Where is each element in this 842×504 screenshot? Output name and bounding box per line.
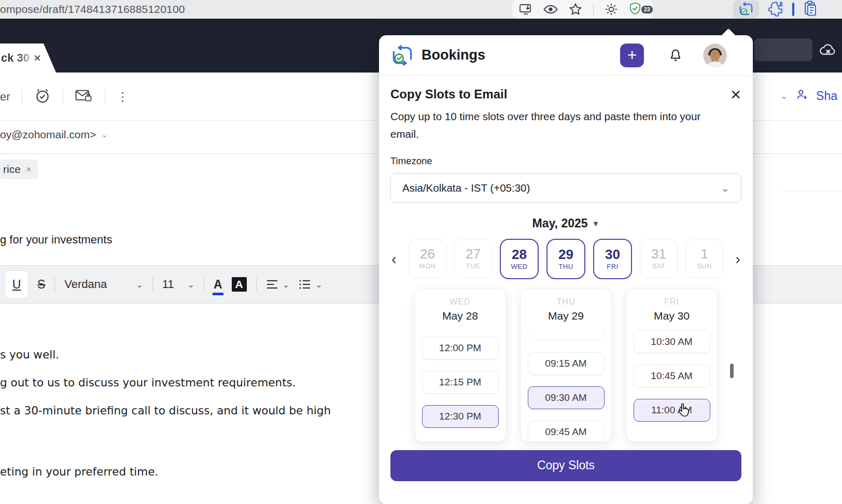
send-to-device-icon[interactable]: [518, 2, 533, 17]
underline-button[interactable]: U: [5, 271, 28, 298]
strikethrough-button[interactable]: S: [37, 278, 45, 292]
format-divider: [204, 277, 204, 292]
right-row-divider: [780, 191, 842, 191]
from-address-row[interactable]: oy@zohomail.com> ⌄: [0, 128, 108, 141]
chip-remove-icon[interactable]: ×: [26, 164, 32, 175]
notifications-bell-icon[interactable]: [668, 46, 683, 65]
time-slot[interactable]: 12:15 PM: [422, 371, 499, 394]
user-avatar[interactable]: [703, 44, 727, 67]
panel-title-row: Copy Slots to Email ✕: [390, 87, 741, 102]
date-cell-selected[interactable]: 30 FRI: [593, 239, 632, 279]
date-cell[interactable]: 1 SUN: [685, 239, 723, 278]
date-number: 28: [512, 247, 527, 262]
email-body-line[interactable]: g out to us to discuss your investment r…: [0, 376, 296, 389]
bookings-logo-icon: [391, 45, 413, 66]
theme-sun-icon[interactable]: [604, 2, 619, 17]
column-date: May 30: [627, 310, 717, 322]
date-dow: SAT: [652, 262, 666, 270]
timezone-value: Asia/Kolkata - IST (+05:30): [402, 182, 530, 194]
time-slot[interactable]: 10:30 AM: [634, 330, 710, 353]
column-dow: THU: [521, 297, 611, 307]
cloud-offline-icon[interactable]: [818, 41, 837, 59]
align-button[interactable]: ⌄: [266, 279, 289, 290]
date-cell[interactable]: 26 MON: [409, 239, 446, 278]
time-slot-selected[interactable]: 11:00 AM: [634, 399, 710, 422]
day-column-wed: WED May 28 12:00 PM 12:15 PM 12:30 PM: [415, 289, 506, 442]
email-body-line[interactable]: st a 30-minute briefing call to discuss,…: [0, 404, 331, 417]
tab-group-bar[interactable]: [792, 3, 794, 16]
email-body-line[interactable]: eting in your preferred time.: [0, 465, 158, 478]
slot-scrollbar-thumb[interactable]: [730, 364, 734, 378]
shield-badge: 23: [641, 6, 653, 13]
column-date: May 29: [521, 310, 611, 322]
create-booking-button[interactable]: +: [620, 44, 644, 67]
icon-divider: [593, 4, 594, 15]
time-slot-selected[interactable]: 09:30 AM: [528, 386, 605, 409]
email-body-line[interactable]: s you well.: [0, 348, 59, 361]
bookings-extension-icon[interactable]: [733, 1, 759, 18]
bookmark-star-icon[interactable]: [568, 2, 583, 17]
compose-header-right: ⌄ Sha: [780, 88, 837, 104]
font-color-button[interactable]: A: [214, 278, 222, 292]
next-dates-icon[interactable]: ›: [734, 250, 741, 268]
time-slot-partial[interactable]: [528, 329, 605, 341]
date-dow: WED: [511, 263, 528, 270]
puzzle-extensions-icon[interactable]: [767, 0, 784, 19]
tab-close-icon[interactable]: ×: [34, 52, 41, 64]
list-button[interactable]: ⌄: [299, 279, 322, 290]
popup-app-title: Bookings: [422, 47, 620, 63]
time-slot[interactable]: 10:45 AM: [634, 365, 710, 387]
reminder-alarm-icon[interactable]: [34, 87, 51, 107]
from-address[interactable]: oy@zohomail.com>: [0, 128, 96, 141]
font-family-select[interactable]: Verdana ⌄: [64, 278, 143, 291]
clipboard-icon[interactable]: [803, 0, 818, 19]
search-box-fragment[interactable]: [754, 38, 812, 61]
share-button[interactable]: Sha: [816, 89, 837, 103]
prev-dates-icon[interactable]: ‹: [390, 250, 398, 268]
size-chevron-icon: ⌄: [188, 280, 194, 290]
email-draft-tab[interactable]: ck 30 ×: [0, 44, 56, 73]
date-cell[interactable]: 31 SAT: [640, 239, 678, 278]
day-column-thu: THU May 29 09:15 AM 09:30 AM 09:45 AM: [521, 289, 612, 442]
send-later-label[interactable]: er: [0, 90, 10, 104]
url-text[interactable]: ompose/draft/1748413716885120100: [0, 3, 185, 16]
add-person-icon[interactable]: [795, 88, 809, 104]
copy-slots-button[interactable]: Copy Slots: [390, 450, 741, 481]
browser-url-bar[interactable]: ompose/draft/1748413716885120100: [0, 0, 842, 19]
highlight-label: A: [235, 278, 243, 291]
panel-title: Copy Slots to Email: [390, 87, 507, 102]
date-dow: SUN: [697, 262, 712, 270]
compose-toolbar: er ⋮: [0, 87, 129, 107]
date-cell-selected[interactable]: 29 THU: [546, 239, 585, 279]
format-divider: [152, 277, 153, 292]
month-label: May, 2025: [532, 217, 588, 230]
from-chevron-icon[interactable]: ⌄: [101, 130, 108, 139]
time-slot[interactable]: 12:00 PM: [422, 337, 499, 359]
date-number: 1: [700, 247, 708, 262]
preview-eye-icon[interactable]: [543, 2, 558, 17]
subject-text[interactable]: g for your investments: [0, 233, 112, 247]
column-dow: WED: [415, 297, 506, 307]
time-slot[interactable]: 09:15 AM: [528, 352, 605, 375]
screen: ompose/draft/1748413716885120100: [0, 0, 842, 504]
privacy-shield-icon[interactable]: 23: [629, 2, 647, 17]
time-slot-clipped[interactable]: 09:45 AM: [528, 421, 605, 442]
date-number: 31: [651, 247, 666, 262]
panel-description: Copy up to 10 time slots over three days…: [390, 108, 726, 143]
more-options-icon[interactable]: ⋮: [117, 90, 129, 104]
close-icon[interactable]: ✕: [730, 88, 741, 102]
strike-label: S: [37, 278, 45, 292]
timezone-label: Timezone: [390, 155, 741, 167]
date-cell-selected[interactable]: 28 WED: [500, 239, 539, 279]
recipient-chip[interactable]: rice ×: [0, 160, 38, 179]
date-cell[interactable]: 27 TUE: [454, 239, 492, 278]
timezone-select[interactable]: Asia/Kolkata - IST (+05:30) ⌄: [390, 173, 741, 203]
font-size-select[interactable]: 11 ⌄: [162, 278, 194, 291]
time-slot-selected[interactable]: 12:30 PM: [422, 405, 499, 428]
recipient-chip-label: rice: [3, 163, 21, 176]
secure-email-icon[interactable]: [75, 88, 93, 106]
highlight-color-button[interactable]: A: [232, 277, 247, 292]
month-selector[interactable]: May, 2025▼: [390, 217, 741, 231]
bookings-popup: Bookings + Copy Slots to Em: [379, 35, 753, 504]
collapse-chevron-icon[interactable]: ⌄: [780, 90, 788, 102]
